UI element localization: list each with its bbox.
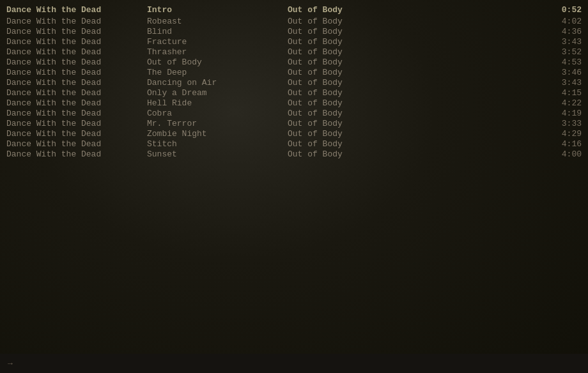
table-row[interactable]: Dance With the DeadThe DeepOut of Body3:…	[0, 68, 588, 78]
track-artist: Dance With the Dead	[6, 68, 147, 78]
track-album: Out of Body	[288, 68, 543, 78]
track-title: Zombie Night	[147, 129, 288, 139]
track-duration: 4:00	[543, 149, 582, 160]
track-duration: 4:29	[543, 129, 582, 139]
table-row[interactable]: Dance With the DeadRobeastOut of Body4:0…	[0, 17, 588, 27]
track-artist: Dance With the Dead	[6, 47, 147, 57]
table-row[interactable]: Dance With the DeadZombie NightOut of Bo…	[0, 129, 588, 139]
track-title: Stitch	[147, 139, 288, 149]
table-row[interactable]: Dance With the DeadOut of BodyOut of Bod…	[0, 57, 588, 68]
track-album: Out of Body	[288, 129, 543, 139]
track-artist: Dance With the Dead	[6, 109, 147, 119]
track-album: Out of Body	[288, 149, 543, 160]
table-row[interactable]: Dance With the DeadHell RideOut of Body4…	[0, 98, 588, 109]
track-duration: 4:36	[543, 27, 582, 37]
table-row[interactable]: Dance With the DeadStitchOut of Body4:16	[0, 139, 588, 149]
track-duration: 4:53	[543, 57, 582, 68]
track-album: Out of Body	[288, 119, 543, 129]
track-list: Dance With the Dead Intro Out of Body 0:…	[0, 0, 588, 165]
track-duration: 3:33	[543, 119, 582, 129]
table-row[interactable]: Dance With the DeadSunsetOut of Body4:00	[0, 149, 588, 160]
header-duration: 0:52	[543, 5, 582, 15]
table-row[interactable]: Dance With the DeadFractureOut of Body3:…	[0, 37, 588, 47]
track-title: Blind	[147, 27, 288, 37]
track-album: Out of Body	[288, 47, 543, 57]
track-duration: 4:16	[543, 139, 582, 149]
track-artist: Dance With the Dead	[6, 149, 147, 160]
header-title: Intro	[147, 5, 288, 15]
track-duration: 3:52	[543, 47, 582, 57]
table-row[interactable]: Dance With the DeadMr. TerrorOut of Body…	[0, 119, 588, 129]
track-title: Sunset	[147, 149, 288, 160]
track-artist: Dance With the Dead	[6, 57, 147, 68]
track-artist: Dance With the Dead	[6, 139, 147, 149]
track-title: The Deep	[147, 68, 288, 78]
track-title: Mr. Terror	[147, 119, 288, 129]
track-title: Fracture	[147, 37, 288, 47]
table-row[interactable]: Dance With the DeadThrasherOut of Body3:…	[0, 47, 588, 57]
table-header: Dance With the Dead Intro Out of Body 0:…	[0, 5, 588, 15]
header-artist: Dance With the Dead	[6, 5, 147, 15]
track-album: Out of Body	[288, 109, 543, 119]
track-duration: 3:46	[543, 68, 582, 78]
track-duration: 3:43	[543, 78, 582, 88]
track-title: Hell Ride	[147, 98, 288, 109]
track-album: Out of Body	[288, 17, 543, 27]
track-artist: Dance With the Dead	[6, 78, 147, 88]
track-album: Out of Body	[288, 139, 543, 149]
track-title: Out of Body	[147, 57, 288, 68]
track-title: Cobra	[147, 109, 288, 119]
track-title: Dancing on Air	[147, 78, 288, 88]
track-artist: Dance With the Dead	[6, 98, 147, 109]
header-album: Out of Body	[288, 5, 543, 15]
track-album: Out of Body	[288, 27, 543, 37]
track-album: Out of Body	[288, 37, 543, 47]
table-row[interactable]: Dance With the DeadBlindOut of Body4:36	[0, 27, 588, 37]
track-duration: 4:02	[543, 17, 582, 27]
track-artist: Dance With the Dead	[6, 17, 147, 27]
track-album: Out of Body	[288, 88, 543, 98]
track-duration: 3:43	[543, 37, 582, 47]
track-title: Robeast	[147, 17, 288, 27]
track-title: Only a Dream	[147, 88, 288, 98]
track-duration: 4:22	[543, 98, 582, 109]
track-artist: Dance With the Dead	[6, 119, 147, 129]
table-row[interactable]: Dance With the DeadCobraOut of Body4:19	[0, 109, 588, 119]
track-album: Out of Body	[288, 57, 543, 68]
track-album: Out of Body	[288, 98, 543, 109]
track-duration: 4:15	[543, 88, 582, 98]
track-artist: Dance With the Dead	[6, 37, 147, 47]
bottom-bar: →	[0, 354, 588, 373]
track-duration: 4:19	[543, 109, 582, 119]
arrow-icon: →	[8, 359, 13, 369]
track-title: Thrasher	[147, 47, 288, 57]
track-artist: Dance With the Dead	[6, 27, 147, 37]
track-artist: Dance With the Dead	[6, 88, 147, 98]
track-album: Out of Body	[288, 78, 543, 88]
table-row[interactable]: Dance With the DeadOnly a DreamOut of Bo…	[0, 88, 588, 98]
track-artist: Dance With the Dead	[6, 129, 147, 139]
table-row[interactable]: Dance With the DeadDancing on AirOut of …	[0, 78, 588, 88]
